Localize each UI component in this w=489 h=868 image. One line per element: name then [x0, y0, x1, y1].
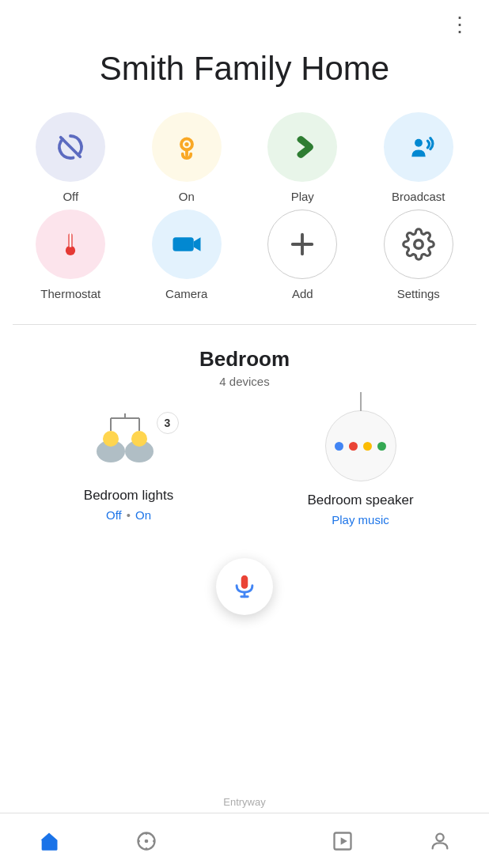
action-circle-settings — [384, 209, 453, 279]
action-off[interactable]: Off — [13, 112, 129, 203]
svg-point-12 — [415, 240, 423, 249]
bedroom-lights-status-on: On — [135, 508, 151, 522]
action-on[interactable]: On — [129, 112, 245, 203]
camera-icon — [170, 228, 203, 261]
nav-media[interactable] — [294, 830, 392, 852]
svg-rect-8 — [172, 238, 193, 252]
svg-point-3 — [184, 142, 188, 146]
bedroom-lights-name: Bedroom lights — [84, 488, 173, 504]
quick-actions-grid: Off On Play — [0, 112, 489, 324]
bedroom-lights-dot: • — [127, 508, 131, 522]
action-play-label: Play — [291, 190, 314, 203]
bedroom-speaker-action: Play music — [332, 513, 389, 526]
speaker-dot-red — [349, 442, 358, 451]
action-circle-on — [152, 112, 222, 182]
play-icon — [286, 130, 319, 164]
entryway-hint: Entryway — [223, 796, 265, 808]
speaker-dot-green — [377, 442, 386, 451]
nav-discover[interactable] — [98, 830, 196, 852]
devices-row: 3 Bedroom lights Off • On Bedroom speake… — [0, 410, 489, 550]
top-bar: ⋮ — [0, 0, 489, 35]
action-play[interactable]: Play — [244, 112, 361, 203]
more-menu-button[interactable]: ⋮ — [449, 14, 472, 35]
nav-profile[interactable] — [391, 830, 489, 852]
action-broadcast[interactable]: Broadcast — [361, 112, 477, 203]
action-circle-add — [267, 209, 337, 279]
on-icon — [170, 130, 203, 164]
action-circle-camera — [152, 209, 222, 279]
action-circle-off — [36, 112, 105, 182]
svg-rect-21 — [241, 576, 248, 589]
svg-point-16 — [131, 431, 147, 447]
bedroom-lights-badge: 3 — [157, 412, 179, 434]
settings-icon — [402, 228, 435, 261]
mic-icon — [231, 573, 258, 600]
action-thermostat-label: Thermostat — [40, 287, 100, 300]
bedroom-speaker-icon — [325, 410, 396, 481]
home-title: Smith Family Home — [0, 35, 489, 112]
bedroom-lights-icon-wrap: 3 — [85, 410, 172, 477]
off-icon — [54, 130, 87, 164]
bedroom-speaker-card[interactable]: Bedroom speaker Play music — [266, 410, 456, 526]
bedroom-lights-status: Off • On — [106, 508, 151, 522]
action-camera[interactable]: Camera — [129, 209, 245, 300]
room-device-count: 4 devices — [13, 375, 476, 388]
bedroom-speaker-icon-wrap — [325, 410, 396, 481]
discover-nav-icon — [135, 830, 157, 852]
bottom-nav — [0, 813, 489, 868]
mic-fab-button[interactable] — [216, 558, 273, 615]
action-circle-thermostat — [36, 209, 105, 279]
speaker-dots — [335, 442, 386, 451]
mic-fab-wrap — [0, 550, 489, 626]
nav-mic-center[interactable] — [195, 830, 294, 852]
mic-nav-placeholder-icon — [233, 830, 256, 852]
speaker-dot-yellow — [363, 442, 372, 451]
action-broadcast-label: Broadcast — [392, 190, 445, 203]
action-settings[interactable]: Settings — [361, 209, 477, 300]
section-divider — [13, 324, 476, 325]
thermostat-icon — [54, 228, 87, 261]
svg-rect-30 — [233, 830, 256, 852]
svg-point-25 — [145, 839, 149, 843]
svg-point-6 — [66, 246, 75, 255]
svg-marker-9 — [194, 238, 201, 252]
svg-point-14 — [103, 431, 119, 447]
action-thermostat[interactable]: Thermostat — [13, 209, 129, 300]
bedroom-speaker-status: Play music — [332, 513, 389, 526]
action-circle-broadcast — [384, 112, 453, 182]
svg-point-4 — [415, 139, 423, 147]
room-title: Bedroom — [13, 347, 476, 372]
action-off-label: Off — [63, 190, 78, 203]
bedroom-lights-card[interactable]: 3 Bedroom lights Off • On — [34, 410, 224, 522]
add-icon — [286, 228, 319, 261]
bedroom-lights-status-off: Off — [106, 508, 122, 522]
action-add[interactable]: Add — [244, 209, 361, 300]
speaker-dot-blue — [335, 442, 343, 451]
action-on-label: On — [179, 190, 195, 203]
speaker-cable — [360, 392, 362, 411]
svg-point-33 — [437, 833, 444, 840]
action-circle-play — [267, 112, 337, 182]
action-settings-label: Settings — [397, 287, 440, 300]
room-section: Bedroom 4 devices — [0, 347, 489, 388]
nav-home[interactable] — [0, 830, 98, 852]
media-nav-icon — [332, 830, 354, 852]
svg-marker-32 — [340, 837, 347, 844]
home-nav-icon — [38, 830, 60, 852]
bedroom-speaker-name: Bedroom speaker — [307, 492, 413, 508]
action-camera-label: Camera — [165, 287, 207, 300]
action-add-label: Add — [292, 287, 313, 300]
broadcast-icon — [402, 130, 435, 164]
profile-nav-icon — [429, 830, 451, 852]
